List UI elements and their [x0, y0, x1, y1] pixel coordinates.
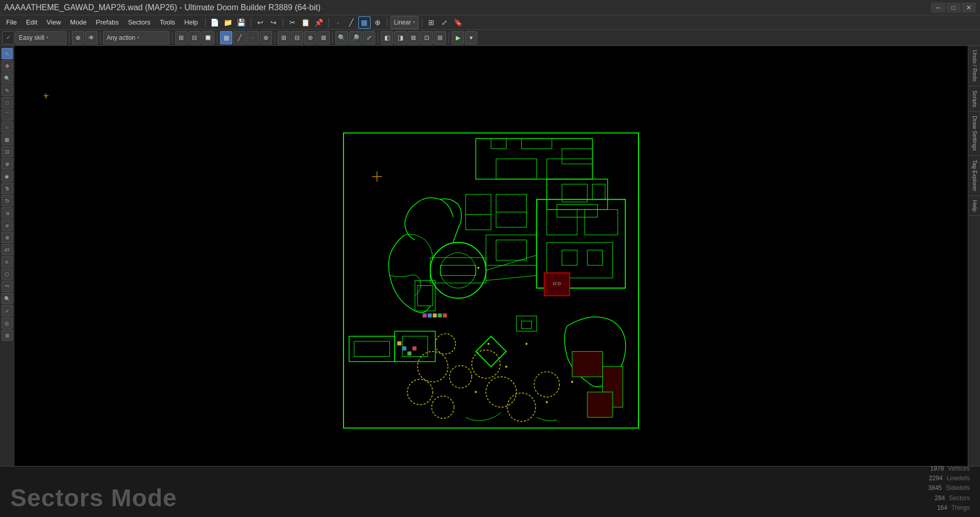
box-tool[interactable]: ⊞ — [2, 330, 13, 341]
draw-settings-tab[interactable]: Draw Settings — [968, 112, 980, 155]
zoom-tool[interactable]: 🔍 — [2, 72, 13, 84]
scripts-tab[interactable]: Scripts — [968, 86, 980, 112]
zoom-fit-button[interactable]: ⤢ — [438, 16, 451, 29]
menu-prefabs[interactable]: Prefabs — [92, 17, 123, 27]
things-mode-button[interactable]: ⊕ — [372, 16, 384, 29]
map-canvas[interactable]: «» — [343, 132, 639, 428]
titlebar: AAAAATHEME_GAWAD_MAP26.wad (MAP26) - Ult… — [0, 0, 980, 15]
undo-redo-tab[interactable]: Undo / Redo — [968, 46, 980, 86]
join-tool[interactable]: ⊗ — [2, 158, 13, 169]
map-viewport[interactable]: + — [14, 46, 968, 503]
menubar: File Edit View Mode Prefabs Sectors Tool… — [0, 15, 980, 30]
grid-snap-btn[interactable]: 🔲 — [202, 31, 214, 44]
vertex-mode-button[interactable]: · — [332, 16, 344, 29]
copy-paste-btn2[interactable]: ⊟ — [291, 31, 303, 44]
grid-button[interactable]: ⊞ — [425, 16, 437, 29]
tex-btn4[interactable]: ⊡ — [421, 31, 433, 44]
check-tool[interactable]: ✓ — [2, 305, 13, 316]
rotate-tool[interactable]: ↻ — [2, 195, 13, 206]
vertex-btn[interactable]: · — [247, 31, 259, 44]
pan-tool[interactable]: ✥ — [2, 60, 13, 71]
thing-tool[interactable]: ⊕ — [2, 232, 13, 243]
close-button[interactable]: ✕ — [962, 3, 976, 13]
bridge-tool[interactable]: ⊡ — [2, 146, 13, 157]
bookmark-button[interactable]: 🔖 — [452, 16, 464, 29]
circle-tool[interactable]: ◎ — [2, 317, 13, 329]
tag-explorer-tab[interactable]: Tag Explorer — [968, 156, 980, 196]
maximize-button[interactable]: □ — [946, 3, 961, 13]
svg-point-67 — [475, 391, 477, 393]
save-button[interactable]: 💾 — [235, 16, 248, 29]
draw-tool[interactable]: ✎ — [2, 85, 13, 96]
sector-tool[interactable]: ▦ — [2, 134, 13, 145]
render-mode-dropdown[interactable]: Linear ▾ — [390, 16, 419, 29]
sector-highlight-btn[interactable]: ▦ — [220, 31, 232, 44]
tex-btn1[interactable]: ◧ — [381, 31, 393, 44]
stat-vertices: 1978 Vertices — [921, 464, 970, 474]
minimize-button[interactable]: ─ — [931, 3, 945, 13]
svg-text:«»: «» — [552, 278, 561, 287]
copy-button[interactable]: 📋 — [300, 16, 312, 29]
open-button[interactable]: 📁 — [222, 16, 234, 29]
linedef-btn[interactable]: ╱ — [233, 31, 246, 44]
split-tool[interactable]: ◉ — [2, 170, 13, 182]
menu-view[interactable]: View — [42, 17, 65, 27]
align-tool[interactable]: ≡ — [2, 256, 13, 267]
bottom-panel: Sectors Mode 1978 Vertices 2294 Linedefs… — [0, 466, 980, 517]
wave-tool[interactable]: 〜 — [2, 281, 13, 292]
cut-button[interactable]: ✂ — [286, 16, 299, 29]
menu-tools[interactable]: Tools — [156, 17, 179, 27]
left-toolbar: ↖ ✥ 🔍 ✎ □ ⌒ ○ ▦ ⊡ ⊗ ◉ ⇅ ↻ ⇲ ⌀ ⊕ 🏷 ≡ ⬡ 〜 … — [0, 46, 14, 503]
flip-tool[interactable]: ⇅ — [2, 183, 13, 194]
menu-help[interactable]: Help — [180, 17, 202, 27]
select-tool[interactable]: ↖ — [2, 48, 13, 59]
menu-mode[interactable]: Mode — [66, 17, 91, 27]
menu-separator-3 — [283, 18, 283, 27]
copy-paste-btn1[interactable]: ⊞ — [278, 31, 290, 44]
zoom-in-btn[interactable]: 🔍 — [335, 31, 348, 44]
stat-sidedefs: 3845 Sidedefs — [921, 483, 970, 493]
tb-sep-4 — [217, 32, 217, 43]
path-tool[interactable]: ⌀ — [2, 219, 13, 231]
svg-point-66 — [526, 342, 528, 344]
filter-checkbox[interactable]: ✓ — [2, 31, 14, 44]
svg-rect-54 — [572, 351, 603, 377]
right-sidebar: Undo / Redo Scripts Draw Settings Tag Ex… — [968, 46, 980, 503]
tex-btn5[interactable]: ⊞ — [434, 31, 446, 44]
tag-tool[interactable]: 🏷 — [2, 244, 13, 255]
sectors-count: 284 — [924, 494, 945, 503]
menu-separator-4 — [328, 18, 329, 27]
rect-tool[interactable]: □ — [2, 97, 13, 108]
paste-button[interactable]: 📌 — [313, 16, 325, 29]
tex-btn2[interactable]: ◨ — [394, 31, 406, 44]
grid-toggle-btn[interactable]: ⊟ — [188, 31, 201, 44]
action-filter-dropdown[interactable]: Any action ▾ — [103, 31, 169, 44]
copy-paste-btn4[interactable]: ⊠ — [317, 31, 330, 44]
undo-button[interactable]: ↩ — [254, 16, 266, 29]
menu-edit[interactable]: Edit — [22, 17, 41, 27]
window-controls[interactable]: ─ □ ✕ — [931, 3, 976, 13]
scale-tool[interactable]: ⇲ — [2, 207, 13, 218]
sector-mode-button[interactable]: ▦ — [358, 16, 371, 29]
help-tab[interactable]: Help — [968, 196, 980, 216]
show-things-button[interactable]: ⊕ — [72, 31, 84, 44]
things-btn[interactable]: ⊕ — [260, 31, 272, 44]
run-dropdown-btn[interactable]: ▾ — [465, 31, 477, 44]
ellipse-tool[interactable]: ○ — [2, 121, 13, 133]
things-toggle-btn[interactable]: 👁 — [85, 31, 97, 44]
menu-sectors[interactable]: Sectors — [124, 17, 155, 27]
grid-size-btn[interactable]: ⊞ — [175, 31, 187, 44]
run-btn[interactable]: ▶ — [452, 31, 464, 44]
skill-filter-dropdown[interactable]: Easy skill ▾ — [15, 31, 66, 44]
zoom-fit-btn[interactable]: ⤢ — [363, 31, 375, 44]
menu-file[interactable]: File — [2, 17, 21, 27]
redo-button[interactable]: ↪ — [267, 16, 280, 29]
linedef-mode-button[interactable]: ╱ — [345, 16, 357, 29]
tex-btn3[interactable]: ⊠ — [407, 31, 420, 44]
zoom-out-btn[interactable]: 🔎 — [349, 31, 362, 44]
new-map-button[interactable]: 📄 — [209, 16, 221, 29]
copy-paste-btn3[interactable]: ⊛ — [304, 31, 316, 44]
curve-tool[interactable]: ⌒ — [2, 109, 13, 120]
flat-tool[interactable]: ⬡ — [2, 268, 13, 280]
find-tool[interactable]: 🔍 — [2, 293, 13, 304]
